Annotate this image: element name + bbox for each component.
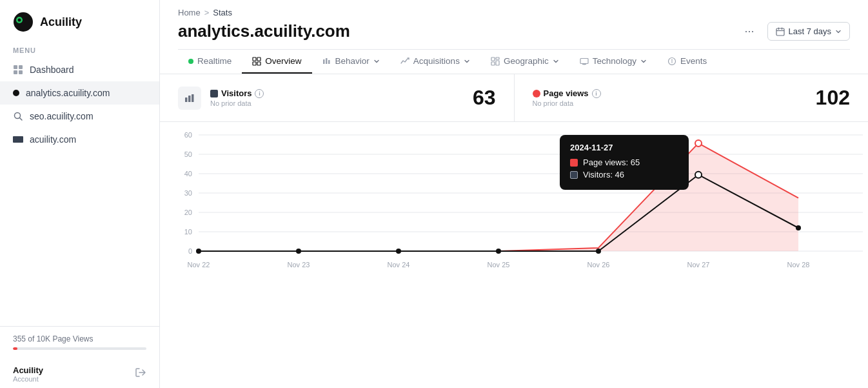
page-views-label: 355 of 10K Page Views <box>13 334 146 343</box>
tab-technology[interactable]: Technology <box>569 50 657 74</box>
tab-overview[interactable]: Overview <box>242 50 311 74</box>
menu-label: MENU <box>0 41 159 58</box>
pageviews-color-dot <box>533 90 540 97</box>
date-range-label: Last 7 days <box>789 26 832 36</box>
visitors-dot-4 <box>596 249 601 254</box>
analytics-label: analytics.acuility.com <box>26 88 110 98</box>
svg-rect-15 <box>253 62 256 65</box>
acuility-label: acuility.com <box>30 134 76 145</box>
tab-events[interactable]: Events <box>657 50 717 74</box>
acquisitions-icon <box>400 57 409 66</box>
sidebar-item-seo[interactable]: seo.acuility.com <box>0 105 159 128</box>
svg-text:Nov 24: Nov 24 <box>388 261 410 269</box>
tab-realtime[interactable]: Realtime <box>178 50 242 74</box>
main-content: Home > Stats analytics.acuility.com ··· … <box>160 0 868 388</box>
pageviews-label: Page views <box>544 88 589 98</box>
tab-overview-label: Overview <box>265 56 301 66</box>
seo-label: seo.acuility.com <box>30 111 94 121</box>
pageviews-dot-5 <box>695 140 702 147</box>
dashboard-label: Dashboard <box>30 65 74 75</box>
pageviews-info-icon: i <box>592 89 601 98</box>
breadcrumb-current: Stats <box>213 8 232 17</box>
page-title: analytics.acuility.com <box>178 21 350 41</box>
svg-rect-20 <box>491 57 495 61</box>
sidebar: Acuility MENU Dashboard analytics.acuili… <box>0 0 160 388</box>
analytics-dot <box>13 90 19 96</box>
sidebar-account: Acuility Account <box>0 358 159 388</box>
technology-icon <box>580 57 589 66</box>
logo-text: Acuility <box>40 15 82 29</box>
more-options-button[interactable]: ··· <box>739 22 759 41</box>
logout-button[interactable] <box>135 367 146 382</box>
svg-rect-18 <box>326 58 328 64</box>
svg-text:10: 10 <box>184 228 192 236</box>
account-info: Acuility Account <box>13 365 43 383</box>
svg-text:60: 60 <box>184 131 192 139</box>
progress-bar <box>13 347 146 350</box>
pageviews-fill <box>199 143 798 251</box>
svg-line-8 <box>20 118 23 121</box>
logo: Acuility <box>0 0 159 41</box>
svg-rect-22 <box>491 62 495 65</box>
acuility-favicon <box>13 136 23 143</box>
date-range-button[interactable]: Last 7 days <box>767 22 851 41</box>
visitors-dot-2 <box>396 249 401 254</box>
technology-chevron-icon <box>640 58 647 65</box>
tab-realtime-label: Realtime <box>197 56 232 66</box>
svg-rect-5 <box>14 70 17 74</box>
calendar-icon <box>776 27 785 36</box>
visitors-info-icon: i <box>255 89 264 98</box>
svg-rect-31 <box>185 97 188 102</box>
behavior-chevron-icon <box>373 58 380 65</box>
svg-rect-23 <box>496 61 499 65</box>
pageviews-label-row: Page views i <box>533 88 807 98</box>
account-name: Acuility <box>13 365 43 375</box>
svg-rect-32 <box>188 96 191 102</box>
sidebar-item-acuility[interactable]: acuility.com <box>0 128 159 151</box>
tab-technology-label: Technology <box>593 56 636 66</box>
geographic-chevron-icon <box>553 58 559 65</box>
breadcrumb-separator: > <box>204 8 210 17</box>
page-header: analytics.acuility.com ··· Last 7 days <box>178 21 850 49</box>
svg-text:20: 20 <box>184 209 192 216</box>
visitors-dot-0 <box>196 249 201 254</box>
visitors-value: 63 <box>473 86 496 110</box>
svg-text:Nov 27: Nov 27 <box>687 261 710 269</box>
visitors-icon-box <box>178 87 201 110</box>
tab-behavior[interactable]: Behavior <box>312 50 390 74</box>
tab-events-label: Events <box>680 56 707 66</box>
visitors-color-dot <box>210 90 218 97</box>
sidebar-item-dashboard[interactable]: Dashboard <box>0 58 159 81</box>
svg-point-2 <box>18 19 21 22</box>
visitors-label: Visitors <box>221 88 252 98</box>
search-icon <box>13 111 23 121</box>
visitors-info: Visitors i No prior data <box>210 88 464 107</box>
breadcrumb-home[interactable]: Home <box>178 8 201 17</box>
svg-rect-6 <box>19 70 23 74</box>
svg-rect-14 <box>257 57 261 61</box>
svg-text:Nov 25: Nov 25 <box>488 261 510 269</box>
tab-geographic-label: Geographic <box>504 56 549 66</box>
svg-point-30 <box>672 63 673 64</box>
tab-behavior-label: Behavior <box>335 56 370 66</box>
svg-text:Nov 22: Nov 22 <box>188 261 210 269</box>
visitors-sub: No prior data <box>210 99 464 107</box>
svg-rect-16 <box>257 62 261 65</box>
pageviews-sub: No prior data <box>533 99 807 107</box>
sidebar-footer: 355 of 10K Page Views <box>0 326 159 358</box>
pageviews-info: Page views i No prior data <box>533 88 807 107</box>
sidebar-item-analytics[interactable]: analytics.acuility.com <box>0 81 159 105</box>
svg-point-0 <box>14 12 33 32</box>
svg-text:30: 30 <box>184 189 192 197</box>
nav-tabs: Realtime Overview Behavior <box>178 49 850 74</box>
chart-area: 0 10 20 30 40 50 60 70 Nov 22 Nov 23 Nov… <box>160 122 868 277</box>
tab-acquisitions[interactable]: Acquisitions <box>390 50 480 74</box>
realtime-dot <box>188 59 193 64</box>
svg-text:Nov 26: Nov 26 <box>587 261 610 269</box>
visitors-label-row: Visitors i <box>210 88 464 98</box>
svg-text:50: 50 <box>184 150 192 158</box>
account-role: Account <box>13 375 43 383</box>
tab-geographic[interactable]: Geographic <box>480 50 569 74</box>
svg-rect-21 <box>496 57 499 59</box>
svg-text:40: 40 <box>184 170 192 178</box>
